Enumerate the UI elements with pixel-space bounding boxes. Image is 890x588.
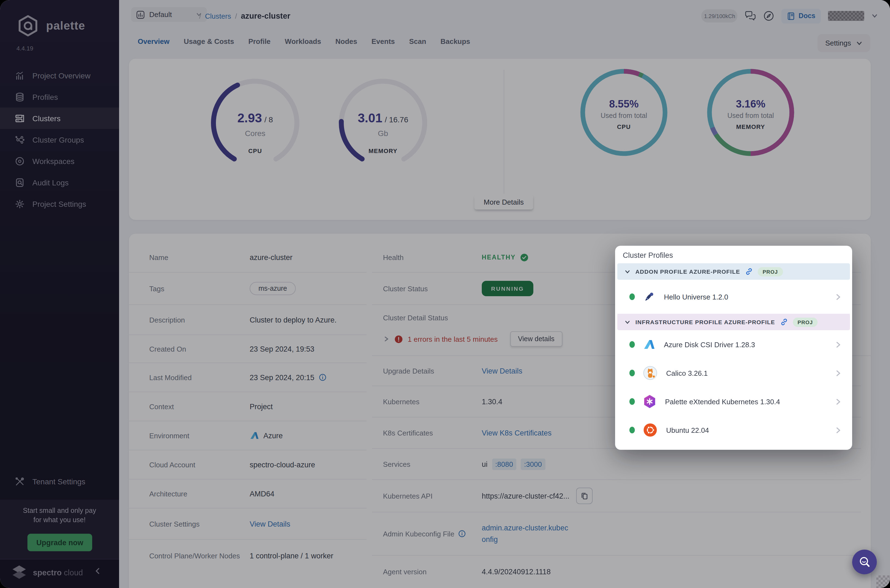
scope-badge: PROJ xyxy=(792,317,818,327)
calico-icon xyxy=(643,366,657,380)
profile-layer-calico[interactable]: Calico 3.26.1 xyxy=(617,359,850,388)
chevron-right-icon xyxy=(834,341,842,348)
panel-title: Cluster Profiles xyxy=(623,251,673,260)
redacted-corner-patch xyxy=(876,575,890,588)
hello-universe-icon xyxy=(643,291,655,303)
status-dot xyxy=(629,427,635,434)
pxk-hexagon-icon xyxy=(643,394,656,409)
status-dot xyxy=(629,370,635,376)
addon-profile-header[interactable]: ADDON PROFILE AZURE-PROFILE PROJ xyxy=(617,263,850,280)
status-dot xyxy=(629,294,635,300)
app-window: palette 4.4.19 Project Overview Profiles xyxy=(0,0,890,588)
profile-layer-pxk[interactable]: Palette eXtended Kubernetes 1.30.4 xyxy=(617,387,850,416)
infrastructure-profile-header[interactable]: INFRASTRUCTURE PROFILE AZURE-PROFILE PRO… xyxy=(617,314,850,330)
status-dot xyxy=(629,398,635,405)
profile-layer-azure-disk-csi[interactable]: Azure Disk CSI Driver 1.28.3 xyxy=(617,330,850,359)
profile-layer-hello-universe[interactable]: Hello Universe 1.2.0 xyxy=(617,280,850,314)
profile-layer-ubuntu[interactable]: Ubuntu 22.04 xyxy=(617,416,850,444)
azure-icon xyxy=(643,339,655,350)
status-dot xyxy=(629,341,635,348)
chevron-right-icon xyxy=(834,398,842,405)
support-search-fab[interactable] xyxy=(852,550,877,574)
chevron-right-icon xyxy=(834,293,842,300)
scope-badge: PROJ xyxy=(758,267,783,276)
chevron-right-icon xyxy=(834,426,842,434)
link-icon xyxy=(745,268,753,275)
link-icon xyxy=(780,318,788,326)
chevron-right-icon xyxy=(834,369,842,376)
cluster-profiles-panel: Cluster Profiles ADDON PROFILE AZURE-PRO… xyxy=(615,246,852,450)
ubuntu-icon xyxy=(643,423,657,437)
